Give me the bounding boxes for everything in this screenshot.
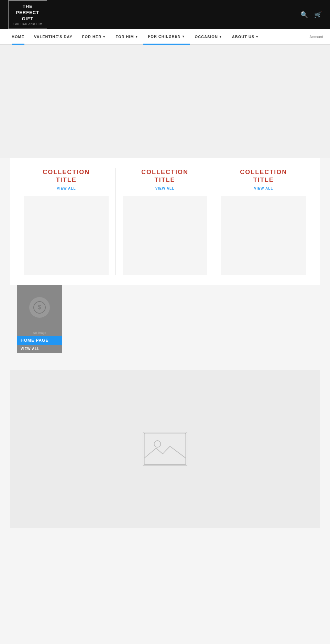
bottom-image-container [10,370,320,528]
no-image-card[interactable]: $ No image HOME PAGE VIEW ALL [17,285,62,353]
nav-item-occasion[interactable]: OCCASION ▼ [190,29,227,45]
nav-item-valentines[interactable]: VALENTINE'S DAY [29,29,77,45]
svg-text:$: $ [38,304,41,310]
chevron-down-icon: ▼ [219,35,222,38]
home-page-badge: HOME PAGE [17,336,62,345]
logo[interactable]: THE PERFECT GIFT FOR HER AND HIM [8,0,47,29]
no-image-card-image: $ [17,285,62,330]
collection-col-2: COLLECTION TITLE VIEW ALL [116,168,214,275]
nav-account[interactable]: Account [309,35,323,39]
collection-image-3 [221,196,306,275]
collection-view-all-3[interactable]: VIEW ALL [221,187,306,190]
collection-title-1: COLLECTION TITLE [24,168,109,184]
chevron-down-icon: ▼ [102,35,106,38]
svg-point-3 [154,441,161,447]
cart-icon[interactable]: 🛒 [314,11,322,19]
logo-line3: GIFT [13,16,43,22]
collection-view-all-1[interactable]: VIEW ALL [24,187,109,190]
logo-line1: THE [13,3,43,10]
collection-col-3: COLLECTION TITLE VIEW ALL [214,168,313,275]
image-placeholder-icon [143,432,187,466]
card-view-all[interactable]: VIEW ALL [17,345,62,353]
nav-item-about-us[interactable]: ABOUT US ▼ [227,29,264,45]
header-icons: 🔍 🛒 [300,11,322,19]
bottom-section [0,363,330,528]
chevron-down-icon: ▼ [255,35,259,38]
collections-section: COLLECTION TITLE VIEW ALL COLLECTION TIT… [10,158,320,285]
collection-title-2: COLLECTION TITLE [123,168,207,184]
nav-item-for-her[interactable]: FOR HER ▼ [77,29,111,45]
header: THE PERFECT GIFT FOR HER AND HIM 🔍 🛒 [0,0,330,29]
chevron-down-icon: ▼ [182,35,185,38]
chevron-down-icon: ▼ [135,35,139,38]
nav-item-home[interactable]: HOME [7,29,29,45]
hero-area [0,45,330,158]
collections-grid: COLLECTION TITLE VIEW ALL COLLECTION TIT… [17,168,313,275]
logo-line2: PERFECT [13,10,43,16]
collection-title-3: COLLECTION TITLE [221,168,306,184]
card-section: $ No image HOME PAGE VIEW ALL [10,285,320,363]
nav-item-for-him[interactable]: FOR HIM ▼ [111,29,143,45]
main-nav: HOME VALENTINE'S DAY FOR HER ▼ FOR HIM ▼… [0,29,330,45]
collection-col-1: COLLECTION TITLE VIEW ALL [17,168,116,275]
search-icon[interactable]: 🔍 [300,11,308,19]
collection-image-2 [123,196,207,275]
svg-rect-2 [144,433,186,465]
no-image-label: No image [17,330,62,336]
collection-image-1 [24,196,109,275]
no-image-icon: $ [29,297,50,318]
collection-view-all-2[interactable]: VIEW ALL [123,187,207,190]
nav-item-for-children[interactable]: FOR CHILDREN ▼ [143,29,190,45]
logo-tagline: FOR HER AND HIM [13,22,43,26]
